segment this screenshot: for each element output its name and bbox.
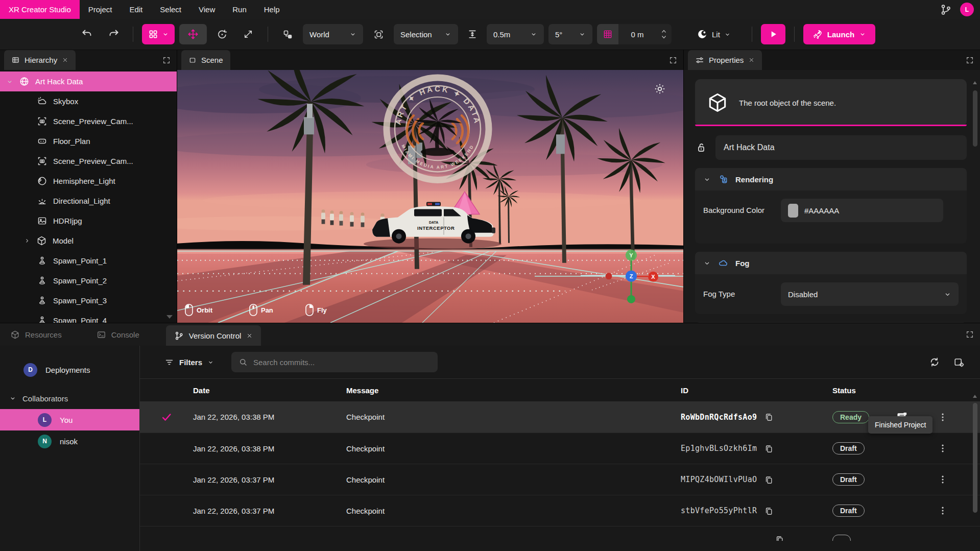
menu-edit[interactable]: Edit [121, 0, 151, 19]
lock-open-icon[interactable] [695, 141, 707, 154]
grid-height-stepper[interactable] [656, 24, 672, 44]
transform-space-select[interactable]: World [303, 24, 363, 44]
tab-hierarchy[interactable]: Hierarchy [4, 50, 76, 70]
sidebar-item-deployments[interactable]: D Deployments [0, 359, 139, 380]
tree-item[interactable]: Spawn_Point_2 [0, 271, 177, 291]
table-row[interactable]: Jan 22, 2026, 03:37 PM Checkpoint MIPQZ4… [140, 464, 980, 495]
scene-canvas[interactable]: DATA INTERCEPTOR [177, 70, 683, 323]
rotate-snap-select[interactable]: 5° [548, 24, 592, 44]
table-row-partial [140, 526, 980, 541]
tab-scene[interactable]: Scene [181, 50, 230, 70]
background-color-field[interactable]: #AAAAAA [781, 199, 943, 222]
tree-item[interactable]: Spawn_Point_1 [0, 251, 177, 271]
column-id: ID [681, 386, 832, 395]
table-row[interactable]: Jan 22, 2026, 03:38 PM Checkpoint Ep1ghv… [140, 433, 980, 464]
commit-date: Jan 22, 2026, 03:37 PM [193, 507, 346, 515]
sidebar-item-nisok[interactable]: N nisok [0, 430, 139, 452]
undo-button[interactable] [77, 24, 98, 44]
move-tool-button[interactable] [179, 24, 207, 44]
sidebar-group-collaborators[interactable]: Collaborators [0, 388, 139, 409]
spawn-point-icon [37, 255, 47, 266]
shading-mode-select[interactable]: Lit [691, 29, 736, 40]
tree-item[interactable]: Floor_Plan [0, 131, 177, 151]
expand-panel-icon[interactable] [966, 50, 974, 70]
play-button[interactable] [761, 24, 785, 44]
table-row[interactable]: Jan 22, 2026, 03:38 PM Checkpoint RoWbDn… [140, 401, 980, 433]
copy-id-icon[interactable] [764, 444, 774, 453]
row-menu-icon[interactable] [922, 506, 963, 516]
focus-mode-select[interactable]: Selection [394, 24, 458, 44]
tree-item[interactable]: Hemisphere_Light [0, 171, 177, 191]
tree-item[interactable]: Model [0, 231, 177, 251]
scrollbar-thumb[interactable] [973, 403, 977, 513]
row-menu-icon[interactable] [922, 474, 963, 485]
grid-height-value[interactable]: 0 m [618, 24, 656, 44]
tree-item[interactable]: Scene_Preview_Cam... [0, 151, 177, 171]
copy-id-icon[interactable] [764, 506, 774, 516]
scene-viewport-panel: Scene [177, 50, 683, 323]
background-color-label: Background Color [703, 205, 775, 216]
object-name-field[interactable]: Art Hack Data [715, 135, 967, 160]
grid-icon[interactable] [597, 24, 618, 44]
commit-message: Checkpoint [346, 444, 681, 453]
app-title[interactable]: XR Creator Studio [0, 0, 80, 19]
menu-project[interactable]: Project [80, 0, 121, 19]
tree-item[interactable]: Spawn_Point_3 [0, 291, 177, 310]
section-rendering-header[interactable]: Rendering [695, 168, 967, 190]
menu-view[interactable]: View [190, 0, 224, 19]
filters-button[interactable]: Filters [164, 357, 214, 367]
close-icon[interactable] [748, 57, 755, 63]
toolbar: World Selection 0.5m 5° 0 m Lit Launch [0, 19, 980, 50]
chevron-down-icon [6, 78, 13, 85]
tree-item[interactable]: Spawn_Point_4 [0, 310, 177, 323]
select-tool-button[interactable] [142, 24, 175, 44]
rotate-tool-button[interactable] [211, 24, 233, 44]
close-icon[interactable] [246, 332, 253, 339]
tree-item[interactable]: HDRIjpg [0, 211, 177, 231]
move-snap-select[interactable]: 0.5m [487, 24, 544, 44]
commit-settings-icon[interactable] [953, 356, 965, 368]
svg-text:Y: Y [629, 252, 633, 258]
section-fog-header[interactable]: Fog [695, 252, 967, 274]
commit-id: RoWbDnRQcRdfsAo9 [681, 413, 757, 422]
menu-help[interactable]: Help [255, 0, 289, 19]
scrollbar-thumb[interactable] [973, 90, 977, 147]
version-control-sidebar: D Deployments Collaborators L You N niso… [0, 346, 140, 551]
expand-panel-icon[interactable] [669, 50, 677, 70]
expand-panel-icon[interactable] [966, 330, 974, 339]
copy-id-icon[interactable] [764, 412, 774, 422]
redo-button[interactable] [103, 24, 124, 44]
row-menu-icon[interactable] [922, 443, 963, 453]
tab-console[interactable]: Console [88, 323, 148, 346]
parenting-tool-button[interactable] [277, 24, 298, 44]
search-commits-input[interactable] [253, 358, 431, 367]
menu-run[interactable]: Run [224, 0, 255, 19]
refresh-icon[interactable] [929, 356, 940, 368]
copy-id-icon[interactable] [764, 475, 774, 485]
tree-item[interactable]: Directional_Light [0, 191, 177, 211]
tab-resources[interactable]: Resources [2, 323, 70, 346]
scrollbar-up-arrow[interactable] [973, 81, 977, 84]
pivot-bounds-button[interactable] [368, 24, 389, 44]
version-control-icon[interactable] [940, 4, 952, 16]
snap-align-button[interactable] [463, 24, 482, 44]
fog-type-select[interactable]: Disabled [781, 282, 959, 306]
close-icon[interactable] [62, 57, 68, 63]
scale-tool-button[interactable] [237, 24, 259, 44]
scroll-down-indicator[interactable] [166, 315, 173, 319]
expand-panel-icon[interactable] [162, 50, 171, 70]
tab-version-control[interactable]: Version Control [166, 325, 261, 346]
table-row[interactable]: Jan 22, 2026, 03:37 PM Checkpoint stbVfe… [140, 495, 980, 526]
menu-select[interactable]: Select [151, 0, 190, 19]
properties-body: The root object of the scene. Art Hack D… [684, 70, 980, 323]
user-avatar[interactable]: L [960, 3, 974, 16]
scrollbar-up-arrow[interactable] [973, 395, 977, 398]
tree-item[interactable]: Scene_Preview_Cam... [0, 111, 177, 131]
chevron-down-icon [530, 31, 537, 38]
launch-button[interactable]: Launch [803, 24, 875, 44]
tree-item[interactable]: Skybox [0, 91, 177, 111]
color-swatch[interactable] [788, 204, 798, 218]
sidebar-item-you[interactable]: L You [0, 409, 139, 430]
tree-item-root[interactable]: Art Hack Data [0, 71, 177, 91]
tab-properties[interactable]: Properties [688, 50, 762, 70]
